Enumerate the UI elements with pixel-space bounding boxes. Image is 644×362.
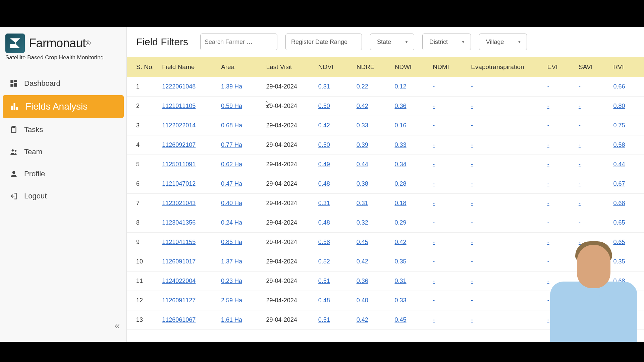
cell-area[interactable]: 0.47 Ha <box>217 174 262 194</box>
cell-savi[interactable]: - <box>575 97 609 116</box>
cell-ndre[interactable]: 0.42 <box>353 252 391 272</box>
cell-evapo[interactable]: - <box>467 252 543 272</box>
cell-ndvi[interactable]: 0.50 <box>314 97 353 116</box>
cell-field-name[interactable]: 1126092107 <box>158 135 217 155</box>
cell-ndmi[interactable]: - <box>429 213 467 233</box>
cell-ndwi[interactable]: 0.35 <box>390 252 429 272</box>
cell-ndre[interactable]: 0.44 <box>353 155 391 174</box>
cell-field-name[interactable]: 1123041356 <box>158 213 217 233</box>
cell-ndmi[interactable]: - <box>429 155 467 174</box>
cell-area[interactable]: 1.37 Ha <box>217 252 262 272</box>
cell-ndre[interactable]: 0.32 <box>353 213 391 233</box>
cell-ndvi[interactable]: 0.31 <box>314 194 353 213</box>
cell-area[interactable]: 0.59 Ha <box>217 97 262 116</box>
cell-evapo[interactable]: - <box>467 97 543 116</box>
cell-field-name[interactable]: 1126091017 <box>158 252 217 272</box>
cell-ndwi[interactable]: 0.34 <box>390 155 429 174</box>
cell-ndvi[interactable]: 0.49 <box>314 155 353 174</box>
col-last-visit[interactable]: Last Visit <box>262 57 314 77</box>
cell-area[interactable]: 1.39 Ha <box>217 77 262 97</box>
cell-evapo[interactable]: - <box>467 310 543 330</box>
cell-savi[interactable]: - <box>575 135 609 155</box>
sidebar-item-team[interactable]: Team <box>3 141 124 162</box>
cell-ndre[interactable]: 0.38 <box>353 174 391 194</box>
cell-ndwi[interactable]: 0.33 <box>390 291 429 310</box>
cell-ndre[interactable]: 0.42 <box>353 310 391 330</box>
cell-savi[interactable]: - <box>575 155 609 174</box>
cell-ndvi[interactable]: 0.42 <box>314 116 353 135</box>
cell-ndmi[interactable]: - <box>429 291 467 310</box>
cell-savi[interactable]: - <box>575 116 609 135</box>
cell-rvi[interactable]: 0.44 <box>609 155 644 174</box>
col-sno[interactable]: S. No. <box>127 57 158 77</box>
cell-evapo[interactable]: - <box>467 174 543 194</box>
cell-ndmi[interactable]: - <box>429 116 467 135</box>
cell-ndvi[interactable]: 0.31 <box>314 77 353 97</box>
cell-ndvi[interactable]: 0.48 <box>314 291 353 310</box>
cell-field-name[interactable]: 1125011091 <box>158 155 217 174</box>
cell-evapo[interactable]: - <box>467 291 543 310</box>
search-farmer-box[interactable] <box>200 34 277 50</box>
cell-field-name[interactable]: 1123021043 <box>158 194 217 213</box>
cell-area[interactable]: 0.77 Ha <box>217 135 262 155</box>
cell-evapo[interactable]: - <box>467 213 543 233</box>
cell-field-name[interactable]: 1121011105 <box>158 97 217 116</box>
cell-savi[interactable]: - <box>575 174 609 194</box>
cell-ndwi[interactable]: 0.29 <box>390 213 429 233</box>
cell-rvi[interactable]: 0.66 <box>609 77 644 97</box>
sidebar-item-fields-analysis[interactable]: Fields Analysis <box>3 95 124 118</box>
state-dropdown[interactable]: State ▼ <box>370 34 414 50</box>
cell-evapo[interactable]: - <box>467 233 543 252</box>
cell-evi[interactable]: - <box>543 77 575 97</box>
cell-rvi[interactable]: 0.68 <box>609 194 644 213</box>
col-ndre[interactable]: NDRE <box>353 57 391 77</box>
cell-evi[interactable]: - <box>543 116 575 135</box>
cell-ndmi[interactable]: - <box>429 135 467 155</box>
cell-ndre[interactable]: 0.31 <box>353 194 391 213</box>
cell-area[interactable]: 0.40 Ha <box>217 194 262 213</box>
cell-rvi[interactable]: 0.65 <box>609 213 644 233</box>
cell-area[interactable]: 0.85 Ha <box>217 233 262 252</box>
cell-ndmi[interactable]: - <box>429 194 467 213</box>
cell-rvi[interactable]: 0.80 <box>609 97 644 116</box>
cell-area[interactable]: 0.23 Ha <box>217 272 262 291</box>
cell-evapo[interactable]: - <box>467 272 543 291</box>
sidebar-item-logout[interactable]: Logout <box>3 186 124 206</box>
cell-savi[interactable]: - <box>575 194 609 213</box>
cell-ndre[interactable]: 0.36 <box>353 272 391 291</box>
cell-ndvi[interactable]: 0.51 <box>314 310 353 330</box>
cell-evi[interactable]: - <box>543 135 575 155</box>
cell-ndmi[interactable]: - <box>429 174 467 194</box>
sidebar-item-profile[interactable]: Profile <box>3 164 124 184</box>
cell-ndwi[interactable]: 0.16 <box>390 116 429 135</box>
cell-ndmi[interactable]: - <box>429 252 467 272</box>
col-ndwi[interactable]: NDWI <box>390 57 429 77</box>
cell-area[interactable]: 0.68 Ha <box>217 116 262 135</box>
cell-rvi[interactable]: 0.67 <box>609 174 644 194</box>
cell-ndre[interactable]: 0.45 <box>353 233 391 252</box>
cell-ndwi[interactable]: 0.12 <box>390 77 429 97</box>
col-ndmi[interactable]: NDMI <box>429 57 467 77</box>
cell-ndre[interactable]: 0.39 <box>353 135 391 155</box>
cell-ndvi[interactable]: 0.52 <box>314 252 353 272</box>
cell-evi[interactable]: - <box>543 97 575 116</box>
cell-field-name[interactable]: 1126091127 <box>158 291 217 310</box>
cell-ndre[interactable]: 0.42 <box>353 97 391 116</box>
col-ndvi[interactable]: NDVI <box>314 57 353 77</box>
cell-ndwi[interactable]: 0.28 <box>390 174 429 194</box>
collapse-sidebar-button[interactable]: « <box>0 316 126 335</box>
cell-ndwi[interactable]: 0.33 <box>390 135 429 155</box>
cell-field-name[interactable]: 1222061048 <box>158 77 217 97</box>
cell-ndre[interactable]: 0.40 <box>353 291 391 310</box>
cell-ndwi[interactable]: 0.31 <box>390 272 429 291</box>
col-evi[interactable]: EVI <box>543 57 575 77</box>
search-farmer-input[interactable] <box>205 39 282 46</box>
cell-evi[interactable]: - <box>543 174 575 194</box>
cell-ndre[interactable]: 0.22 <box>353 77 391 97</box>
cell-ndvi[interactable]: 0.48 <box>314 174 353 194</box>
cell-savi[interactable]: - <box>575 77 609 97</box>
register-date-range-input[interactable]: Register Date Range <box>285 34 362 50</box>
cell-evi[interactable]: - <box>543 194 575 213</box>
cell-evapo[interactable]: - <box>467 116 543 135</box>
cell-ndwi[interactable]: 0.18 <box>390 194 429 213</box>
